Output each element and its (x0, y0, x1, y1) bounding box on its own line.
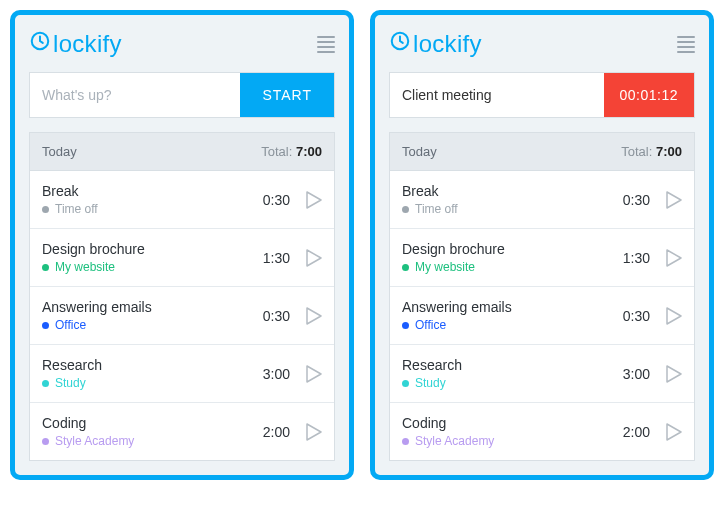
top-bar: lockify (389, 30, 695, 58)
day-label: Today (42, 144, 77, 159)
project-color-dot-icon (42, 380, 49, 387)
day-total: Total: 7:00 (261, 144, 322, 159)
entry-duration: 0:30 (263, 192, 290, 208)
project-name: Time off (55, 202, 98, 216)
entry-duration: 0:30 (623, 308, 650, 324)
entries-list: BreakTime off0:30Design brochureMy websi… (29, 170, 335, 461)
app-logo: lockify (389, 30, 482, 58)
entry-project: Office (402, 318, 623, 332)
entry-title: Coding (42, 415, 263, 431)
entry-row[interactable]: Answering emailsOffice0:30 (390, 286, 694, 344)
start-button[interactable]: START (240, 73, 334, 117)
play-icon[interactable] (666, 365, 682, 383)
entry-row[interactable]: ResearchStudy3:00 (390, 344, 694, 402)
entry-main: BreakTime off (402, 183, 623, 216)
top-bar: lockify (29, 30, 335, 58)
entry-main: Answering emailsOffice (42, 299, 263, 332)
play-icon[interactable] (306, 307, 322, 325)
entry-main: Design brochureMy website (42, 241, 263, 274)
play-icon[interactable] (306, 249, 322, 267)
brand-text: lockify (53, 30, 122, 58)
tracker-input-row: START (29, 72, 335, 118)
entry-project: Time off (42, 202, 263, 216)
menu-icon[interactable] (677, 36, 695, 53)
entry-row[interactable]: Answering emailsOffice0:30 (30, 286, 334, 344)
day-label: Today (402, 144, 437, 159)
entry-main: CodingStyle Academy (402, 415, 623, 448)
brand-text: lockify (413, 30, 482, 58)
project-name: Time off (415, 202, 458, 216)
total-value: 7:00 (296, 144, 322, 159)
entry-duration: 2:00 (623, 424, 650, 440)
entry-project: My website (42, 260, 263, 274)
play-icon[interactable] (666, 249, 682, 267)
project-name: Style Academy (55, 434, 134, 448)
play-icon[interactable] (666, 307, 682, 325)
entry-row[interactable]: BreakTime off0:30 (30, 170, 334, 228)
app-panel: lockify00:01:12TodayTotal: 7:00BreakTime… (370, 10, 714, 480)
entry-project: Study (42, 376, 263, 390)
entry-row[interactable]: CodingStyle Academy2:00 (30, 402, 334, 460)
entry-duration: 0:30 (263, 308, 290, 324)
entry-duration: 0:30 (623, 192, 650, 208)
project-color-dot-icon (402, 322, 409, 329)
entry-row[interactable]: Design brochureMy website1:30 (30, 228, 334, 286)
running-timer[interactable]: 00:01:12 (604, 73, 695, 117)
play-icon[interactable] (306, 423, 322, 441)
entry-row[interactable]: ResearchStudy3:00 (30, 344, 334, 402)
entry-main: ResearchStudy (42, 357, 263, 390)
entry-main: Answering emailsOffice (402, 299, 623, 332)
app-logo: lockify (29, 30, 122, 58)
entry-main: CodingStyle Academy (42, 415, 263, 448)
app-panel: lockifySTARTTodayTotal: 7:00BreakTime of… (10, 10, 354, 480)
entry-project: My website (402, 260, 623, 274)
project-name: My website (415, 260, 475, 274)
task-input[interactable] (30, 73, 240, 117)
play-icon[interactable] (666, 423, 682, 441)
clock-icon (389, 30, 411, 58)
clock-icon (29, 30, 51, 58)
project-name: Office (55, 318, 86, 332)
entry-title: Design brochure (42, 241, 263, 257)
entry-row[interactable]: Design brochureMy website1:30 (390, 228, 694, 286)
project-color-dot-icon (402, 438, 409, 445)
entry-title: Answering emails (42, 299, 263, 315)
project-color-dot-icon (42, 322, 49, 329)
project-color-dot-icon (402, 264, 409, 271)
entry-duration: 3:00 (263, 366, 290, 382)
project-name: My website (55, 260, 115, 274)
entry-title: Break (42, 183, 263, 199)
entry-title: Break (402, 183, 623, 199)
day-total: Total: 7:00 (621, 144, 682, 159)
entry-project: Style Academy (42, 434, 263, 448)
total-value: 7:00 (656, 144, 682, 159)
day-header: TodayTotal: 7:00 (389, 132, 695, 170)
project-color-dot-icon (402, 380, 409, 387)
entry-title: Research (42, 357, 263, 373)
play-icon[interactable] (306, 365, 322, 383)
entry-main: ResearchStudy (402, 357, 623, 390)
project-name: Study (55, 376, 86, 390)
project-color-dot-icon (42, 206, 49, 213)
entries-list: BreakTime off0:30Design brochureMy websi… (389, 170, 695, 461)
entry-project: Office (42, 318, 263, 332)
entry-project: Study (402, 376, 623, 390)
entry-row[interactable]: BreakTime off0:30 (390, 170, 694, 228)
play-icon[interactable] (666, 191, 682, 209)
menu-icon[interactable] (317, 36, 335, 53)
project-color-dot-icon (42, 264, 49, 271)
entry-duration: 1:30 (623, 250, 650, 266)
total-label: Total: (261, 144, 292, 159)
project-color-dot-icon (402, 206, 409, 213)
entry-duration: 2:00 (263, 424, 290, 440)
play-icon[interactable] (306, 191, 322, 209)
task-input[interactable] (390, 73, 604, 117)
entry-main: BreakTime off (42, 183, 263, 216)
project-name: Office (415, 318, 446, 332)
project-name: Study (415, 376, 446, 390)
entry-duration: 1:30 (263, 250, 290, 266)
project-name: Style Academy (415, 434, 494, 448)
entry-title: Answering emails (402, 299, 623, 315)
project-color-dot-icon (42, 438, 49, 445)
entry-row[interactable]: CodingStyle Academy2:00 (390, 402, 694, 460)
